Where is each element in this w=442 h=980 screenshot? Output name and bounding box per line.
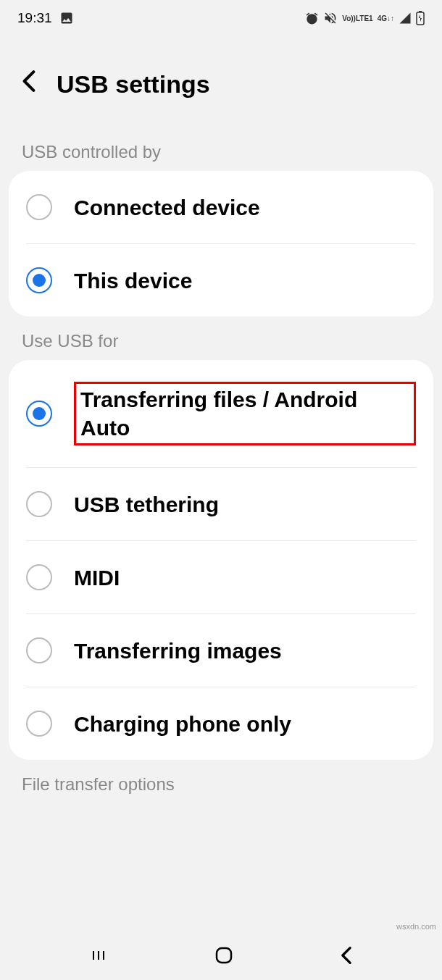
radio-label: Transferring files / Android Auto bbox=[80, 385, 409, 442]
recent-apps-button[interactable] bbox=[90, 947, 107, 968]
radio-transferring-images[interactable]: Transferring images bbox=[9, 614, 433, 687]
highlight-annotation: Transferring files / Android Auto bbox=[74, 382, 416, 445]
svg-rect-1 bbox=[419, 11, 422, 12]
radio-icon-selected bbox=[26, 401, 52, 427]
radio-label: Transferring images bbox=[74, 637, 282, 665]
battery-icon bbox=[416, 11, 425, 25]
section-use-for-label: Use USB for bbox=[0, 317, 442, 360]
radio-transferring-files[interactable]: Transferring files / Android Auto bbox=[9, 360, 433, 467]
controlled-by-card: Connected device This device bbox=[9, 171, 433, 317]
radio-icon-selected bbox=[26, 267, 52, 293]
radio-label: USB tethering bbox=[74, 490, 219, 519]
home-button[interactable] bbox=[214, 946, 233, 969]
radio-icon bbox=[26, 194, 52, 220]
page-header: USB settings bbox=[0, 33, 442, 127]
signal-icon bbox=[399, 12, 412, 25]
navigation-bar bbox=[0, 935, 442, 980]
watermark: wsxdn.com bbox=[396, 922, 436, 931]
radio-connected-device[interactable]: Connected device bbox=[9, 171, 433, 243]
radio-icon bbox=[26, 564, 52, 590]
radio-icon bbox=[26, 491, 52, 517]
radio-label: MIDI bbox=[74, 564, 120, 592]
page-title: USB settings bbox=[57, 70, 210, 99]
volte-indicator: Vo)) LTE1 bbox=[342, 15, 372, 22]
svg-rect-2 bbox=[217, 948, 231, 963]
mute-icon bbox=[323, 11, 338, 25]
section-controlled-by-label: USB controlled by bbox=[0, 127, 442, 171]
section-file-transfer-label: File transfer options bbox=[0, 760, 442, 803]
status-bar: 19:31 Vo)) LTE1 4G ↓↑ bbox=[0, 0, 442, 33]
radio-label: This device bbox=[74, 267, 192, 295]
radio-midi[interactable]: MIDI bbox=[9, 541, 433, 613]
image-icon bbox=[59, 11, 74, 25]
status-left: 19:31 bbox=[17, 10, 74, 26]
radio-charging-only[interactable]: Charging phone only bbox=[9, 687, 433, 760]
status-time: 19:31 bbox=[17, 10, 52, 26]
network-indicator: 4G ↓↑ bbox=[378, 15, 394, 22]
status-right: Vo)) LTE1 4G ↓↑ bbox=[305, 11, 425, 25]
radio-icon bbox=[26, 637, 52, 663]
use-for-card: Transferring files / Android Auto USB te… bbox=[9, 360, 433, 760]
alarm-icon bbox=[305, 12, 319, 25]
back-nav-button[interactable] bbox=[341, 946, 352, 969]
radio-label: Connected device bbox=[74, 193, 260, 222]
back-button[interactable] bbox=[22, 70, 36, 99]
radio-usb-tethering[interactable]: USB tethering bbox=[9, 468, 433, 540]
radio-this-device[interactable]: This device bbox=[9, 244, 433, 317]
radio-label: Charging phone only bbox=[74, 710, 291, 738]
radio-icon bbox=[26, 711, 52, 737]
